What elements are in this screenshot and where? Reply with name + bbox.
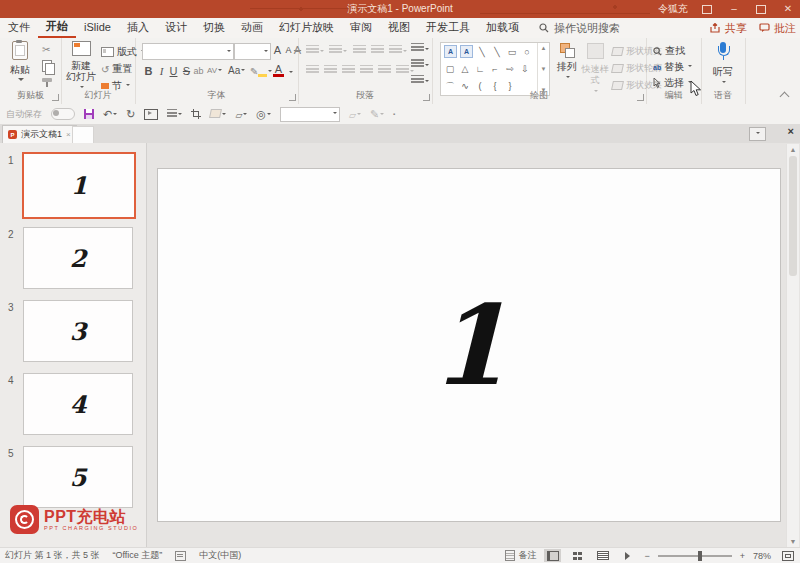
font-dialog-launcher-icon[interactable] xyxy=(289,94,296,101)
notes-button[interactable]: 备注 xyxy=(505,549,536,562)
tab-list-dropdown[interactable] xyxy=(749,127,766,141)
strikethrough-button[interactable]: S xyxy=(181,65,192,77)
shape-elbow-icon[interactable]: ∟ xyxy=(473,61,487,77)
collapse-ribbon-icon[interactable] xyxy=(780,92,790,102)
new-slide-button[interactable]: 新建 幻灯片 xyxy=(64,41,98,93)
align-left-button[interactable] xyxy=(306,65,319,77)
account-name[interactable]: 令狐充 xyxy=(658,2,688,16)
slide-thumbnail-4[interactable]: 4 xyxy=(23,373,133,435)
tab-home[interactable]: 开始 xyxy=(38,18,76,38)
shape-rectangle-icon[interactable]: ▭ xyxy=(505,44,519,60)
scrollbar-thumb[interactable] xyxy=(789,156,797,276)
language-status[interactable]: 中文(中国) xyxy=(199,549,241,562)
vertical-scrollbar[interactable]: ▲ ▼ xyxy=(786,144,799,547)
align-objects-button[interactable] xyxy=(167,107,182,121)
slide-canvas[interactable]: 1 xyxy=(157,168,781,522)
start-slideshow-button[interactable] xyxy=(144,109,158,120)
zoom-percent[interactable]: 78% xyxy=(753,551,771,561)
tab-animations[interactable]: 动画 xyxy=(233,18,271,38)
numbering-button[interactable] xyxy=(329,45,347,57)
comments-button[interactable]: 批注 xyxy=(759,21,796,36)
shape-rounded-rect-icon[interactable]: ▢ xyxy=(443,61,457,77)
decrease-indent-button[interactable] xyxy=(353,45,366,57)
justify-button[interactable] xyxy=(360,65,373,77)
qat-overflow-button[interactable]: ▪ xyxy=(393,107,395,121)
shape-right-arrow-icon[interactable]: ⇨ xyxy=(503,61,517,77)
save-button[interactable] xyxy=(84,109,94,119)
new-document-tab[interactable] xyxy=(72,126,94,144)
tab-addins[interactable]: 加载项 xyxy=(478,18,527,38)
close-document-button[interactable]: × xyxy=(788,125,794,137)
find-button[interactable]: 查找 xyxy=(653,44,685,58)
text-direction-button[interactable] xyxy=(411,43,429,55)
zoom-in-button[interactable]: + xyxy=(740,551,745,561)
document-tab-close-icon[interactable]: × xyxy=(66,130,71,139)
spellcheck-button[interactable] xyxy=(175,551,186,561)
minimize-button[interactable]: – xyxy=(726,0,742,18)
tab-view[interactable]: 视图 xyxy=(380,18,418,38)
shape-down-arrow-icon[interactable]: ⇩ xyxy=(518,61,532,77)
shape-elbow2-icon[interactable]: ⌐ xyxy=(488,61,502,77)
shape-textbox-icon[interactable]: A xyxy=(444,45,457,58)
fit-to-window-button[interactable] xyxy=(779,549,796,562)
document-tab-active[interactable]: P 演示文稿1 × xyxy=(2,125,77,143)
drawing-dialog-launcher-icon[interactable] xyxy=(637,94,644,101)
arrange-button[interactable]: 排列 xyxy=(554,43,580,83)
tab-file[interactable]: 文件 xyxy=(0,18,38,38)
text-shadow-button[interactable]: ab xyxy=(193,66,204,76)
replace-button[interactable]: ab 替换 xyxy=(653,60,692,74)
autosave-toggle[interactable] xyxy=(51,108,75,120)
paste-button[interactable]: 粘贴 xyxy=(4,41,36,86)
scroll-down-icon[interactable]: ▼ xyxy=(790,538,797,545)
shape-triangle-icon[interactable]: △ xyxy=(458,61,472,77)
restore-button[interactable] xyxy=(756,5,766,14)
align-right-button[interactable] xyxy=(342,65,355,77)
slide-thumbnail-5[interactable]: 5 xyxy=(23,446,133,508)
bold-button[interactable]: B xyxy=(143,65,154,77)
reset-button[interactable]: ↺重置 xyxy=(101,62,132,76)
merge-shapes-button[interactable]: ▱ xyxy=(349,107,361,122)
copy-button[interactable] xyxy=(42,60,52,72)
character-spacing-button[interactable]: AV xyxy=(207,66,222,75)
font-name-combobox[interactable] xyxy=(142,43,234,60)
normal-view-button[interactable] xyxy=(544,549,561,562)
shape-arrow-line-icon[interactable]: ╲ xyxy=(490,44,504,60)
slide-thumbnail-2[interactable]: 2 xyxy=(23,227,133,289)
share-button[interactable]: 共享 xyxy=(710,21,747,36)
reading-view-button[interactable] xyxy=(594,549,611,562)
shape-effects-qat-button[interactable]: ◎ xyxy=(256,107,271,121)
slide-position-status[interactable]: 幻灯片 第 1 张，共 5 张 xyxy=(5,549,100,562)
paragraph-dialog-launcher-icon[interactable] xyxy=(423,94,430,101)
qat-combobox[interactable] xyxy=(280,107,340,122)
grow-font-button[interactable]: A xyxy=(272,44,283,56)
redo-button[interactable]: ↻ xyxy=(126,107,135,121)
gallery-down-icon[interactable]: ▼ xyxy=(541,66,547,72)
slide-thumbnail-1[interactable]: 1 xyxy=(22,152,136,219)
columns-button[interactable] xyxy=(396,65,414,77)
slide-content-text[interactable]: 1 xyxy=(431,281,508,410)
distribute-button[interactable] xyxy=(378,65,391,77)
slideshow-view-button[interactable] xyxy=(619,549,636,562)
font-size-combobox[interactable] xyxy=(234,43,271,60)
bullets-button[interactable] xyxy=(306,45,324,57)
tab-insert[interactable]: 插入 xyxy=(119,18,157,38)
font-color-button[interactable]: A xyxy=(273,64,284,77)
cut-button[interactable]: ✂ xyxy=(42,44,50,55)
tab-review[interactable]: 审阅 xyxy=(342,18,380,38)
slide-sorter-view-button[interactable] xyxy=(569,549,586,562)
tab-developer[interactable]: 开发工具 xyxy=(418,18,478,38)
zoom-slider-thumb[interactable] xyxy=(698,551,702,561)
dictate-button[interactable]: 听写 xyxy=(708,42,738,88)
tab-design[interactable]: 设计 xyxy=(157,18,195,38)
gallery-up-icon[interactable]: ▲ xyxy=(541,45,547,51)
slide-thumbnail-3[interactable]: 3 xyxy=(23,300,133,362)
increase-indent-button[interactable] xyxy=(371,45,384,57)
shape-vertical-textbox-icon[interactable]: A xyxy=(460,45,473,58)
ink-pen-button[interactable]: ✎ xyxy=(370,107,384,121)
change-shape-button[interactable]: ▱ xyxy=(235,107,247,122)
zoom-out-button[interactable]: − xyxy=(644,551,649,561)
line-spacing-button[interactable] xyxy=(389,45,407,57)
underline-button[interactable]: U xyxy=(168,65,179,77)
crop-button[interactable] xyxy=(191,109,201,119)
italic-button[interactable]: I xyxy=(156,65,167,77)
